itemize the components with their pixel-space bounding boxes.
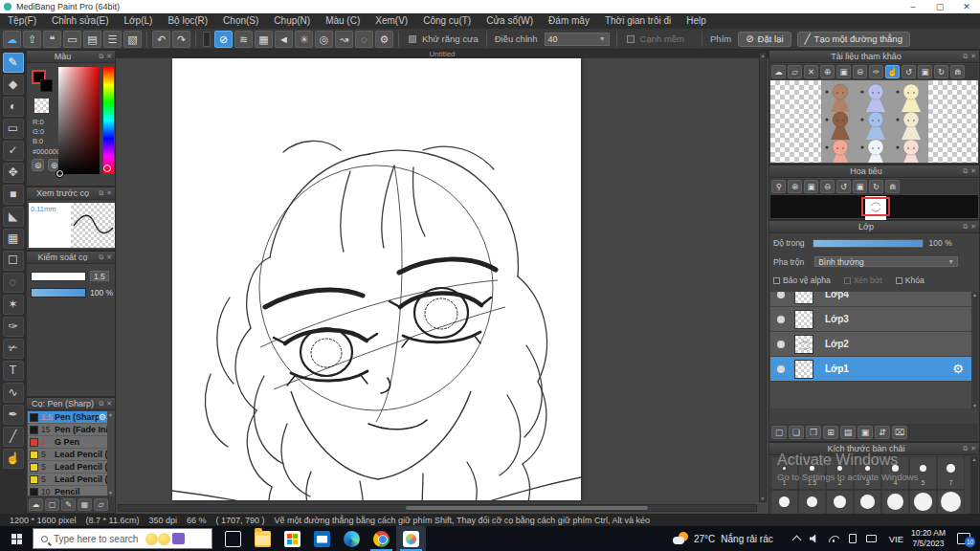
navigator-view[interactable] xyxy=(770,195,978,218)
rotate-cw-icon[interactable]: ↻ xyxy=(869,180,883,193)
vanishing-point-snap-icon[interactable]: ◄ xyxy=(275,31,293,48)
gradient-tool[interactable]: ▦ xyxy=(3,229,24,249)
saturation-value-picker[interactable] xyxy=(58,67,100,174)
notification-icon[interactable]: 10 xyxy=(957,533,970,544)
taskbar-app-mail[interactable] xyxy=(307,526,337,551)
close-icon[interactable]: ✕ xyxy=(970,167,976,175)
background-color-swatch[interactable] xyxy=(40,79,53,92)
brush-item[interactable]: 5Lead Pencil (H xyxy=(28,461,107,474)
brush-control-header[interactable]: Kiểm soát cọ ⧉ ✕ xyxy=(27,252,115,264)
layer-visibility-icon[interactable] xyxy=(777,292,785,298)
brush-tool[interactable]: ✎ xyxy=(3,53,24,73)
create-line-button[interactable]: ╱ Tạo một đường thẳng xyxy=(797,32,910,47)
combine-layer-icon[interactable]: ⇵ xyxy=(875,426,890,439)
canvas-tab[interactable]: Untitled xyxy=(116,50,768,58)
taskbar-app-explorer[interactable] xyxy=(248,526,278,551)
lock-checkbox[interactable] xyxy=(896,277,902,284)
radial-snap-icon[interactable]: ✳ xyxy=(295,31,313,48)
tray-chevron-icon[interactable] xyxy=(791,536,801,545)
brush-size-value[interactable]: 1.5 xyxy=(90,271,109,281)
fit-icon[interactable]: ▣ xyxy=(804,180,818,193)
navigator-panel-header[interactable]: Hoa tiêu ⧉ ✕ xyxy=(769,165,979,178)
brush-item[interactable]: 5Lead Pencil (H xyxy=(28,449,107,461)
brush-item[interactable]: 5Lead Pencil (B xyxy=(28,474,107,486)
eyedropper-tool[interactable]: ✒ xyxy=(3,405,24,425)
zoom-in-icon[interactable]: ⊕ xyxy=(788,180,802,193)
brush-folder-icon[interactable]: ▱ xyxy=(94,498,108,511)
layer-list-scrollbar[interactable]: ▲▼ xyxy=(971,292,978,408)
snap-off-icon[interactable]: ⊘ xyxy=(214,31,233,48)
redo-icon[interactable]: ↷ xyxy=(172,31,190,48)
alpha-protect-checkbox[interactable] xyxy=(773,277,780,284)
cloud-save-icon[interactable]: ☁ xyxy=(3,31,21,48)
volume-icon[interactable] xyxy=(810,535,819,543)
grid-snap-icon[interactable]: ▦ xyxy=(255,31,273,48)
concentric-snap-icon[interactable]: ◎ xyxy=(315,31,333,48)
lock-icon[interactable]: ⋒ xyxy=(950,65,965,78)
brush-list-header[interactable]: Cọ: Pen (Sharp) ⧉ ✕ xyxy=(27,398,115,410)
popout-icon[interactable]: ⧉ xyxy=(99,400,103,408)
menu-item[interactable]: Công cụ(T) xyxy=(415,13,479,29)
clear-icon[interactable]: ✕ xyxy=(804,65,818,78)
canvas-document[interactable] xyxy=(172,58,581,500)
import-cloud-icon[interactable]: ☁ xyxy=(771,65,786,78)
palette-icon[interactable]: ⊚ xyxy=(32,159,44,171)
antialias-checkbox[interactable] xyxy=(409,35,416,43)
brush-preview-header[interactable]: Xem trước cọ ⧉ ✕ xyxy=(27,187,115,200)
divide-tool[interactable]: ╱ xyxy=(3,427,24,447)
text-tool[interactable]: T xyxy=(3,361,24,381)
curve-tool[interactable]: ∿ xyxy=(3,383,24,403)
keyboard-icon[interactable] xyxy=(866,535,877,542)
layer-row[interactable]: Lớp4 xyxy=(770,292,971,307)
edit-canvas-icon[interactable]: ▧ xyxy=(123,31,142,48)
transparent-color-swatch[interactable] xyxy=(34,99,49,113)
new-layer-icon[interactable]: ▢ xyxy=(771,426,787,439)
menu-item[interactable]: Chọn(S) xyxy=(215,13,266,29)
open-folder-icon[interactable]: ▱ xyxy=(788,65,802,78)
menu-item[interactable]: Đám mây xyxy=(541,13,597,29)
blur-tool[interactable]: ◐ xyxy=(3,97,24,117)
brush-size-preset[interactable]: 1.5 xyxy=(798,456,826,490)
hue-cursor[interactable] xyxy=(103,165,111,172)
brush-menu-icon[interactable]: ✎ xyxy=(61,498,76,511)
weather-widget[interactable]: 27°C Nắng rải rác xyxy=(673,532,779,545)
comment-icon[interactable]: ❝ xyxy=(43,31,61,48)
parallel-snap-icon[interactable]: ≋ xyxy=(234,31,253,48)
zoom-icon[interactable]: ⚲ xyxy=(771,180,786,193)
merge-layer-icon[interactable]: ▣ xyxy=(858,426,873,439)
sv-cursor[interactable] xyxy=(56,170,63,177)
popout-icon[interactable]: ⧉ xyxy=(963,167,968,175)
layer-panel-header[interactable]: Lớp ⧉ ✕ xyxy=(769,221,979,233)
close-icon[interactable]: ✕ xyxy=(970,223,976,231)
menu-item[interactable]: Tệp(F) xyxy=(0,13,44,29)
hue-slider[interactable] xyxy=(103,67,114,174)
horizontal-scroll-thumb[interactable] xyxy=(406,506,648,510)
maximize-button[interactable]: ▢ xyxy=(926,0,953,13)
menu-item[interactable]: Chụp(N) xyxy=(266,13,318,29)
clock[interactable]: 10:20 AM 7/5/2023 xyxy=(911,528,946,548)
popout-icon[interactable]: ⧉ xyxy=(99,189,103,197)
taskbar-app-taskview[interactable] xyxy=(218,526,248,551)
brush-size-preset[interactable]: 5 xyxy=(909,456,937,490)
layer-visibility-icon[interactable] xyxy=(777,365,785,373)
blend-dropdown[interactable]: Bình thường▼ xyxy=(814,256,958,267)
list-settings-icon[interactable]: ☰ xyxy=(103,31,122,48)
brush-settings-icon[interactable]: ⚙ xyxy=(99,412,106,422)
phone-icon[interactable] xyxy=(849,534,857,543)
close-icon[interactable]: ✕ xyxy=(106,53,112,60)
menu-item[interactable]: Chỉnh sửa(E) xyxy=(44,13,117,29)
brush-size-preset[interactable]: 4 xyxy=(881,456,909,490)
reference-panel-header[interactable]: Tài liệu tham khảo ⧉ ✕ xyxy=(769,51,979,63)
adjust-dropdown[interactable]: 40▼ xyxy=(545,33,610,46)
cloud-brush-icon[interactable]: ☁ xyxy=(29,498,43,511)
menu-item[interactable]: Cửa sổ(W) xyxy=(479,13,541,29)
clipping-checkbox[interactable] xyxy=(844,277,851,284)
rotate-ccw-icon[interactable]: ↺ xyxy=(836,180,851,193)
delete-layer-icon[interactable]: ⌧ xyxy=(892,426,907,439)
snap-settings-icon[interactable]: ⚙ xyxy=(375,31,393,48)
popout-icon[interactable]: ⧉ xyxy=(963,445,968,452)
select-tool[interactable]: ☐ xyxy=(3,251,24,271)
zoom-out-icon[interactable]: ⊖ xyxy=(853,65,867,78)
figure-tool[interactable]: ▭ xyxy=(3,119,24,139)
rotate-cw-icon[interactable]: ↻ xyxy=(934,65,948,78)
